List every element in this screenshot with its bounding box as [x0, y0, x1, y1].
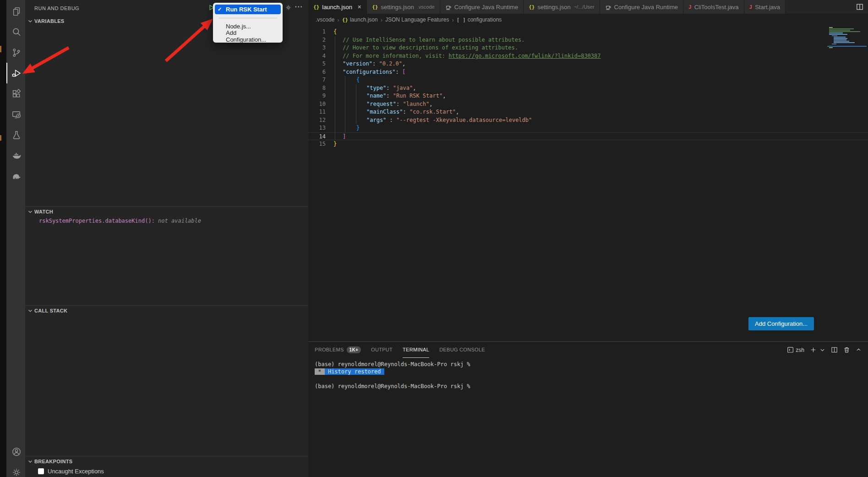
- tab-configure-java-runtime[interactable]: Configure Java Runtime: [440, 0, 524, 14]
- breakpoints-section-label: BREAKPOINTS: [34, 459, 72, 464]
- tab-clitoolstest-java[interactable]: JCliToolsTest.java: [683, 0, 744, 14]
- breadcrumb-item--vscode[interactable]: .vscode: [316, 16, 334, 23]
- activity-item-gradle[interactable]: [6, 166, 25, 186]
- sidebar-title: RUN AND DEBUG: [34, 5, 79, 11]
- terminal-output[interactable]: (base) reynoldmorel@Reynolds-MacBook-Pro…: [308, 358, 868, 390]
- add-configuration-button[interactable]: Add Configuration...: [748, 317, 814, 330]
- activity-item-search[interactable]: [6, 22, 25, 42]
- activity-item-run-and-debug[interactable]: [6, 63, 25, 83]
- debug-settings-gear-icon[interactable]: [285, 4, 292, 12]
- line-number: 1: [308, 28, 326, 36]
- watch-section-header[interactable]: WATCH: [25, 207, 308, 217]
- code-editor[interactable]: 1{2// Use IntelliSense to learn about po…: [308, 26, 868, 341]
- variables-section-label: VARIABLES: [34, 18, 64, 24]
- views-more-actions-icon[interactable]: ⋯: [295, 2, 303, 11]
- activity-item-remote-explorer[interactable]: [6, 104, 25, 125]
- panel-tab-debug-console[interactable]: DEBUG CONSOLE: [439, 342, 485, 358]
- menu-item-add-configuration[interactable]: Add Configuration...: [215, 31, 281, 41]
- uncaught-exceptions-label: Uncaught Exceptions: [48, 468, 104, 475]
- source-control-icon: [11, 47, 22, 58]
- activity-item-docker[interactable]: [6, 145, 25, 166]
- activity-bar: [6, 0, 25, 477]
- panel-tab-label: DEBUG CONSOLE: [439, 347, 485, 352]
- kill-terminal-trash-icon[interactable]: [843, 346, 850, 353]
- line-number: 6: [308, 68, 326, 77]
- breakpoints-section-header[interactable]: BREAKPOINTS: [25, 456, 308, 466]
- chevron-down-icon: [27, 18, 33, 24]
- split-editor-icon[interactable]: [852, 0, 868, 14]
- new-terminal-icon[interactable]: [810, 346, 817, 353]
- code-line-12: 12"args" : "--regtest -Xkeyvalue.datasou…: [308, 116, 868, 125]
- vscode-window: RUN AND DEBUG ⋯ VARIABLES WATCH rskSyste…: [0, 0, 868, 477]
- run-and-debug-sidebar: RUN AND DEBUG ⋯ VARIABLES WATCH rskSyste…: [25, 0, 308, 477]
- line-number: 11: [308, 108, 326, 116]
- code-text: {: [333, 76, 360, 84]
- json-braces-icon: {}: [372, 4, 378, 10]
- activity-bar-bottom: [6, 441, 25, 477]
- maximize-panel-chevron-icon[interactable]: [856, 347, 862, 353]
- chevron-down-icon: [27, 459, 33, 464]
- panel-tabs: PROBLEMS1K+OUTPUTTERMINALDEBUG CONSOLE: [315, 342, 485, 358]
- uncaught-exceptions-checkbox[interactable]: [38, 468, 44, 474]
- activity-item-explorer[interactable]: [6, 1, 25, 22]
- tab-start-java[interactable]: JStart.java: [744, 0, 786, 14]
- code-text: "configurations": [: [333, 68, 405, 77]
- activity-item-accounts[interactable]: [6, 441, 25, 462]
- call-stack-section: CALL STACK: [25, 305, 308, 456]
- tab-label: Start.java: [755, 4, 780, 11]
- beaker-icon: [11, 130, 22, 141]
- breadcrumb-item-launch-json[interactable]: {}launch.json: [342, 16, 378, 23]
- tab-settings-json[interactable]: {}settings.json.vscode: [367, 0, 440, 14]
- search-icon: [11, 27, 22, 38]
- code-line-3: 3// Hover to view descriptions of existi…: [308, 44, 868, 52]
- panel-tab-problems[interactable]: PROBLEMS1K+: [315, 342, 361, 358]
- breadcrumb-separator: ›: [452, 16, 453, 23]
- editor-pane: 1{2// Use IntelliSense to learn about po…: [308, 26, 868, 341]
- breadcrumb-item-json-language-features[interactable]: JSON Language Features: [385, 16, 449, 23]
- launch-profile-chevron-icon[interactable]: [819, 347, 825, 353]
- remote-explorer-icon: [11, 109, 22, 120]
- activity-item-settings[interactable]: [6, 462, 25, 477]
- terminal-shell-icon: [787, 346, 794, 353]
- watch-expression-row[interactable]: rskSystemProperties.databaseKind(): not …: [25, 218, 308, 224]
- line-number: 7: [308, 76, 326, 84]
- breadcrumb-item-configurations[interactable]: [ ]configurations: [457, 16, 502, 23]
- panel-tab-output[interactable]: OUTPUT: [371, 342, 393, 358]
- code-text: "version": "0.2.0",: [333, 60, 405, 68]
- tab-label: settings.json: [381, 4, 414, 11]
- activity-item-testing[interactable]: [6, 125, 25, 145]
- panel-actions: zsh: [787, 346, 862, 353]
- breadcrumb: .vscode›{}launch.json›JSON Language Feat…: [308, 14, 868, 26]
- json-braces-icon: {}: [529, 4, 535, 10]
- code-text: // Use IntelliSense to learn about possi…: [333, 36, 524, 44]
- terminal-line: * History restored: [315, 368, 868, 375]
- variables-section: VARIABLES: [25, 16, 308, 206]
- tab-settings-json[interactable]: {}settings.json~/.../User: [524, 0, 600, 14]
- shell-label[interactable]: zsh: [796, 347, 804, 353]
- activity-item-source-control[interactable]: [6, 42, 25, 63]
- split-terminal-icon[interactable]: [831, 346, 838, 353]
- breadcrumb-label: configurations: [468, 16, 502, 23]
- call-stack-section-header[interactable]: CALL STACK: [25, 306, 308, 316]
- tabs-container: {}launch.json✕{}settings.json.vscodeConf…: [308, 0, 786, 14]
- elephant-icon: [11, 171, 22, 182]
- tab-configure-java-runtime[interactable]: Configure Java Runtime: [600, 0, 683, 14]
- close-icon[interactable]: ✕: [357, 4, 361, 10]
- line-number: 15: [308, 140, 326, 148]
- menu-item-run-rsk-start[interactable]: ✓ Run RSK Start: [215, 5, 281, 14]
- code-text: }: [333, 140, 337, 148]
- code-line-15: 15}: [308, 140, 868, 148]
- terminal-line: (base) reynoldmorel@Reynolds-MacBook-Pro…: [315, 361, 868, 368]
- watch-expression: rskSystemProperties.databaseKind():: [39, 218, 155, 224]
- minimap[interactable]: [827, 27, 867, 48]
- activity-item-extensions[interactable]: [6, 83, 25, 104]
- json-braces-icon: {}: [342, 17, 348, 23]
- account-icon: [11, 446, 22, 457]
- terminal-line: (base) reynoldmorel@Reynolds-MacBook-Pro…: [315, 383, 868, 390]
- tab-label: settings.json: [537, 4, 570, 11]
- bracket-pair-icon: [ ]: [457, 17, 466, 23]
- panel-tab-terminal[interactable]: TERMINAL: [403, 342, 429, 358]
- code-text: {: [333, 28, 337, 36]
- line-number: 2: [308, 36, 326, 44]
- tab-launch-json[interactable]: {}launch.json✕: [308, 0, 367, 14]
